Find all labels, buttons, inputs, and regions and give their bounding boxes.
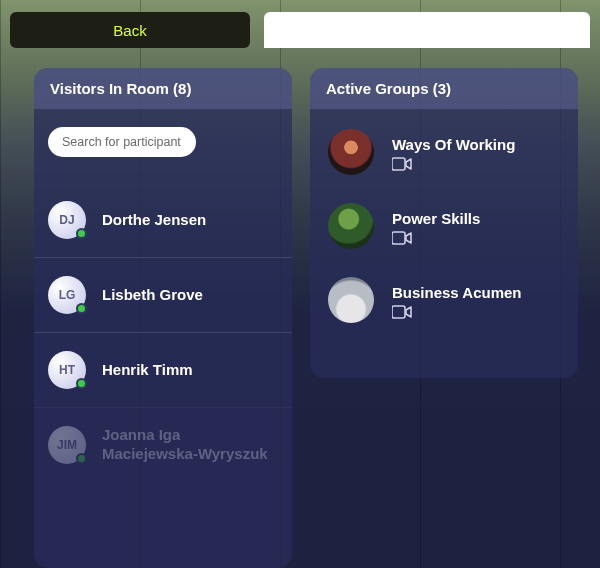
video-icon — [392, 305, 410, 317]
group-title-label: Business Acumen — [392, 284, 522, 301]
group-row[interactable]: Power Skills — [310, 189, 578, 263]
group-title-label: Ways Of Working — [392, 136, 515, 153]
avatar: DJ — [48, 201, 86, 239]
group-thumbnail — [328, 277, 374, 323]
group-thumbnail — [328, 203, 374, 249]
presence-online-icon — [76, 453, 87, 464]
group-row[interactable]: Business Acumen — [310, 263, 578, 337]
groups-panel: Active Groups (3) Ways Of WorkingPower S… — [310, 68, 578, 378]
topbar-input-area[interactable] — [264, 12, 590, 48]
group-info: Business Acumen — [392, 284, 522, 317]
visitors-panel-header: Visitors In Room (8) — [34, 68, 292, 109]
visitor-row[interactable]: JIMJoanna Iga Maciejewska-Wyryszuk — [34, 407, 292, 482]
back-button[interactable]: Back — [10, 12, 250, 48]
svg-rect-2 — [392, 306, 405, 318]
svg-rect-1 — [392, 232, 405, 244]
visitor-name-label: Lisbeth Grove — [102, 286, 203, 305]
visitor-name-label: Henrik Timm — [102, 361, 193, 380]
group-list: Ways Of WorkingPower SkillsBusiness Acum… — [310, 109, 578, 343]
group-info: Power Skills — [392, 210, 480, 243]
visitor-row[interactable]: LGLisbeth Grove — [34, 257, 292, 332]
visitor-name-label: Joanna Iga Maciejewska-Wyryszuk — [102, 426, 278, 464]
search-wrap — [34, 109, 292, 183]
group-title-label: Power Skills — [392, 210, 480, 227]
presence-online-icon — [76, 303, 87, 314]
video-icon — [392, 157, 410, 169]
search-input[interactable] — [48, 127, 196, 157]
svg-rect-0 — [392, 158, 405, 170]
panels-container: Visitors In Room (8) DJDorthe JensenLGLi… — [0, 54, 600, 568]
visitor-row[interactable]: DJDorthe Jensen — [34, 183, 292, 257]
presence-online-icon — [76, 378, 87, 389]
presence-online-icon — [76, 228, 87, 239]
visitor-list: DJDorthe JensenLGLisbeth GroveHTHenrik T… — [34, 183, 292, 482]
avatar: LG — [48, 276, 86, 314]
group-row[interactable]: Ways Of Working — [310, 115, 578, 189]
group-info: Ways Of Working — [392, 136, 515, 169]
group-thumbnail — [328, 129, 374, 175]
visitor-name-label: Dorthe Jensen — [102, 211, 206, 230]
visitors-panel: Visitors In Room (8) DJDorthe JensenLGLi… — [34, 68, 292, 568]
groups-panel-header: Active Groups (3) — [310, 68, 578, 109]
avatar: HT — [48, 351, 86, 389]
avatar: JIM — [48, 426, 86, 464]
visitor-row[interactable]: HTHenrik Timm — [34, 332, 292, 407]
top-bar: Back — [0, 0, 600, 54]
video-icon — [392, 231, 410, 243]
